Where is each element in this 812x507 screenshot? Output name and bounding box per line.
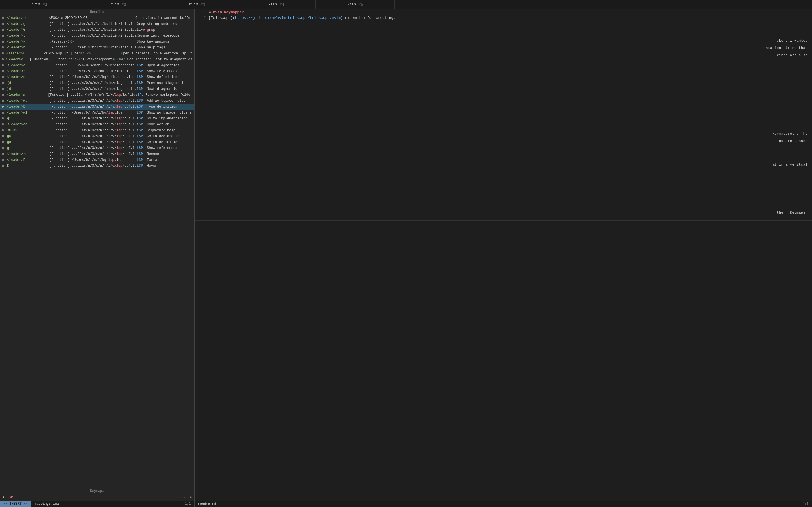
telescope-row-17[interactable]: n <leader>wl [Function] /Users/b/./n/l/b… [0, 110, 194, 116]
telescope-row-18[interactable]: n gi [Function] ...llar/n/0/s/n/r/l/v/ls… [0, 116, 194, 122]
telescope-row-16-selected[interactable]: ▶ <leader>D [Function] ...llar/n/0/s/n/r… [0, 104, 194, 110]
right-filename: readme.md [198, 501, 216, 507]
telescope-row-7[interactable]: n <leader>T <ESC>:vsplit | term<CR> Open… [0, 51, 194, 57]
tab-2-shortcut: ⌘2 [122, 2, 126, 7]
telescope-row-19[interactable]: n <leader>ca [Function] ...llar/n/0/s/n/… [0, 122, 194, 128]
tab-3-shortcut: ⌘3 [201, 2, 205, 7]
telescope-rows: n <leader>rc <ESC>:e $MYVIMRC<CR> Open v… [0, 15, 194, 488]
telescope-row-8[interactable]: n <leader>q [Function] ...r/n/0/s/n/r/l/… [0, 57, 194, 62]
tab-2-name: nvim [110, 2, 119, 6]
telescope-row-22[interactable]: n gd [Function] ...llar/n/0/s/n/r/l/v/ls… [0, 139, 194, 145]
telescope-row-6[interactable]: n <leader>h [Function] ...cker/s/t/l/t/b… [0, 45, 194, 51]
right-overflow-text-4: the `:Keymaps` [777, 209, 812, 216]
telescope-row-3[interactable]: n <leader>G [Function] ...cker/s/t/l/t/b… [0, 27, 194, 33]
tab-2[interactable]: nvim ⌘2 [79, 0, 158, 9]
tab-1-shortcut: ⌘1 [43, 2, 47, 7]
insert-mode-badge: -- INSERT -- [0, 501, 31, 507]
right-overflow-text-3: al in a veritcal [772, 161, 812, 168]
left-filename: mappings.lua [31, 502, 62, 506]
tab-5-shortcut: ⌘5 [359, 2, 363, 7]
app-container: nvim ⌘1 nvim ⌘2 nvim ⌘3 -zsh ⌘4 -zsh ⌘5 [0, 0, 812, 507]
telescope-row-26[interactable]: n K [Function] ...llar/n/0/s/n/r/l/v/lsp… [0, 163, 194, 169]
right-statusbar: readme.md 1:1 [195, 501, 812, 507]
tab-4-shortcut: ⌘4 [280, 2, 284, 7]
left-pane: 10 local pickers = require('telescope.pi… [0, 9, 195, 507]
tab-1[interactable]: nvim ⌘1 [0, 0, 79, 9]
telescope-row-5[interactable]: n <leader>k :Keymaps<CR> Show keymapping… [0, 39, 194, 45]
tab-5-name: -zsh [347, 2, 356, 6]
telescope-count: 26 / 34 [177, 496, 192, 499]
tab-4[interactable]: -zsh ⌘4 [237, 0, 316, 9]
telescope-row-11[interactable]: n <leader>d [Function] /Users/b/./n/l/bg… [0, 74, 194, 80]
main-area: 10 local pickers = require('telescope.pi… [0, 9, 812, 507]
telescope-row-20[interactable]: n <C-k> [Function] ...llar/n/0/s/n/r/l/v… [0, 128, 194, 133]
right-overflow-text: cker. I wanted ntation string that rings… [766, 37, 812, 59]
telescope-row-2[interactable]: n <leader>g [Function] ...cker/s/t/l/t/b… [0, 21, 194, 27]
telescope-row-23[interactable]: n gr [Function] ...llar/n/0/s/n/r/l/v/ls… [0, 145, 194, 151]
telescope-row-9[interactable]: n <leader>e [Function] ...r/n/0/s/n/r/l/… [0, 62, 194, 68]
telescope-row-10[interactable]: n <leader>r [Function] ...cker/s/l/t/bui… [0, 68, 194, 74]
tab-4-name: -zsh [268, 2, 277, 6]
telescope-input-row: > LSP 26 / 34 [0, 494, 194, 501]
tab-3[interactable]: nvim ⌘3 [158, 0, 237, 9]
telescope-search-input[interactable]: LSP [6, 495, 13, 499]
tab-bar: nvim ⌘1 nvim ⌘2 nvim ⌘3 -zsh ⌘4 -zsh ⌘5 [0, 0, 812, 9]
telescope-row-24[interactable]: n <leader>rn [Function] ...llar/n/0/s/n/… [0, 151, 194, 157]
prompt-arrow: > [3, 495, 5, 499]
telescope-overlay: Results n <leader>rc <ESC>:e $MYVIMRC<CR… [0, 9, 194, 501]
right-cursor-pos: 1:1 [802, 501, 809, 507]
right-divider [195, 220, 812, 221]
right-overflow-text-2: keymap.set`. The nd are passed [772, 130, 812, 145]
telescope-row-12[interactable]: n [d [Function] ...r/n/0/s/n/r/l/vim/dia… [0, 80, 194, 86]
left-statusbar: -- INSERT -- mappings.lua 1:1 [0, 501, 194, 507]
telescope-row-14[interactable]: n <leader>wr [Function] ...llar/n/0/s/n/… [0, 92, 194, 98]
right-code: 1 # nvim-keymapper 2 [Telescope](https:/… [195, 9, 812, 21]
tab-1-name: nvim [31, 2, 40, 6]
right-line-2: 2 [Telescope](https://github.com/nvim-te… [195, 15, 812, 21]
telescope-row-4[interactable]: n <leader>tr [Function] ...cker/s/t/l/t/… [0, 33, 194, 39]
left-cursor-pos: 1:1 [181, 502, 194, 506]
tab-3-name: nvim [189, 2, 198, 6]
results-label: Results [0, 9, 194, 15]
tab-5[interactable]: -zsh ⌘5 [316, 0, 395, 9]
telescope-bottom: Keymaps > LSP 26 / 34 [0, 488, 194, 501]
telescope-row-15[interactable]: n <leader>wa [Function] ...llar/n/0/s/n/… [0, 98, 194, 104]
right-line-1: 1 # nvim-keymapper [195, 10, 812, 15]
telescope-row-21[interactable]: n gD [Function] ...llar/n/0/s/n/r/l/v/ls… [0, 133, 194, 139]
keymaps-label: Keymaps [0, 488, 194, 494]
telescope-row-13[interactable]: n ]d [Function] ...r/n/0/s/n/r/l/vim/dia… [0, 86, 194, 92]
telescope-row-1[interactable]: n <leader>rc <ESC>:e $MYVIMRC<CR> Open v… [0, 15, 194, 21]
telescope-row-25[interactable]: n <leader>F [Function] /Users/b/./n/l/bg… [0, 157, 194, 163]
right-pane: 1 # nvim-keymapper 2 [Telescope](https:/… [195, 9, 812, 507]
